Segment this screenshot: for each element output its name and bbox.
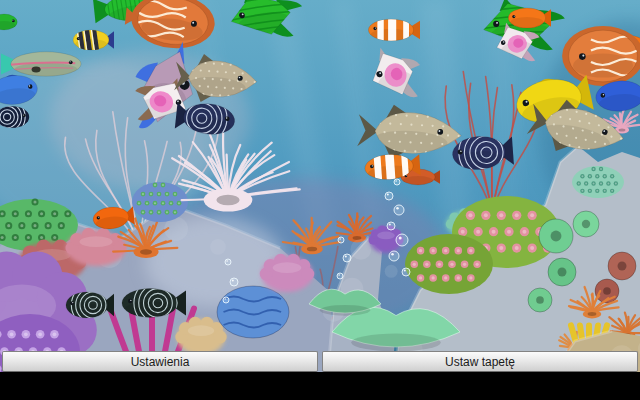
coral-polyps-teal-rocktop [572, 166, 624, 198]
screen: Ustawienia Ustaw tapetę [0, 0, 640, 400]
aquarium-wallpaper-preview [0, 0, 640, 400]
bubble [230, 278, 238, 286]
bubble [394, 179, 400, 185]
settings-button[interactable]: Ustawienia [2, 351, 318, 372]
coral-brain-blue [217, 286, 289, 338]
coral-polyps-ball-2 [405, 234, 493, 294]
bubble [343, 254, 351, 262]
bubble [387, 222, 395, 230]
bubble [338, 237, 344, 243]
bubble [389, 251, 399, 261]
bubble [225, 259, 231, 265]
navigation-bar: 11:37 [0, 372, 640, 400]
bubble [402, 268, 410, 276]
coral-mushroom-green-1 [539, 219, 573, 253]
coral-polyps-bluegreen [132, 182, 188, 222]
set-wallpaper-button[interactable]: Ustaw tapetę [322, 351, 638, 372]
bubble [385, 192, 393, 200]
fish-discus-right [562, 26, 640, 86]
coral-mushroom-green-3 [548, 258, 576, 286]
bubble [337, 273, 343, 279]
bubble [394, 205, 404, 215]
coral-mushroom-green-2 [573, 211, 599, 237]
coral-mushroom-red-1 [608, 252, 636, 280]
bubble [223, 297, 229, 303]
coral-blob-pink-left [66, 228, 127, 266]
bubble [396, 234, 408, 246]
coral-mushroom-green-4 [528, 288, 552, 312]
